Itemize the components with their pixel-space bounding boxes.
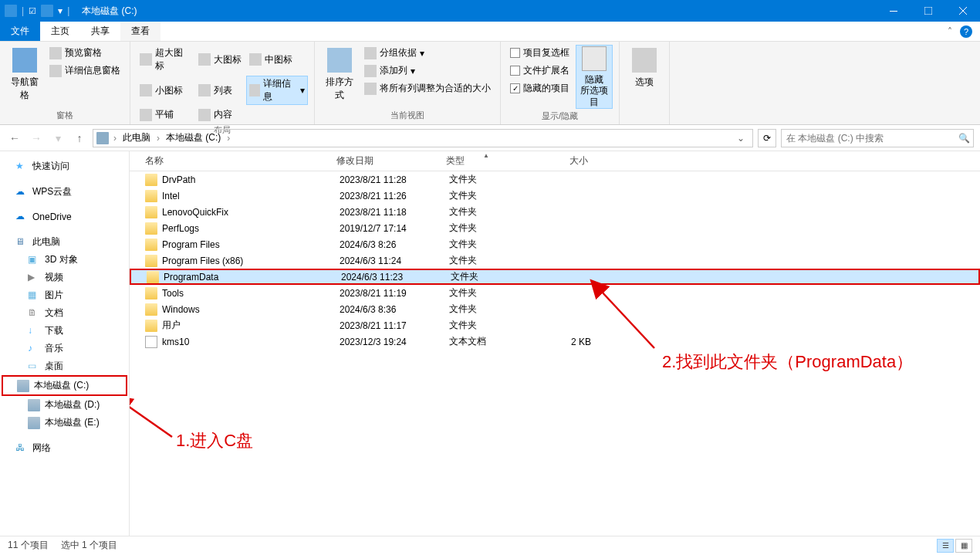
- options-button[interactable]: 选项: [626, 45, 663, 110]
- sidebar-music[interactable]: ♪音乐: [0, 340, 129, 357]
- layout-details[interactable]: 详细信息▾: [246, 76, 308, 105]
- file-name: Program Files: [162, 239, 333, 250]
- hidden-items-toggle[interactable]: ✓隐藏的项目: [507, 80, 573, 96]
- up-button[interactable]: ↑: [71, 130, 88, 147]
- history-button[interactable]: ▾: [49, 130, 66, 147]
- breadcrumb-sep[interactable]: ›: [112, 133, 118, 144]
- nav-pane-button[interactable]: 导航窗格: [6, 45, 43, 108]
- view-icons-button[interactable]: ▦: [955, 539, 972, 553]
- sort-by-button[interactable]: 排序方式: [321, 45, 358, 108]
- drive-icon: [28, 399, 40, 411]
- sidebar-quick-access[interactable]: ★快速访问: [0, 157, 129, 175]
- forward-button[interactable]: →: [28, 130, 45, 147]
- minimize-button[interactable]: [876, 0, 911, 22]
- sidebar-this-pc[interactable]: 🖥此电脑: [0, 233, 129, 251]
- file-row[interactable]: kms102023/12/3 19:24文本文档2 KB: [130, 333, 980, 350]
- breadcrumb[interactable]: › 此电脑 › 本地磁盘 (C:) › ⌄: [93, 129, 753, 147]
- sidebar-drive-c[interactable]: 本地磁盘 (C:): [2, 375, 127, 396]
- details-pane-button[interactable]: 详细信息窗格: [46, 63, 123, 79]
- preview-pane-button[interactable]: 预览窗格: [46, 45, 123, 61]
- layout-m-icons[interactable]: 中图标: [246, 45, 296, 74]
- ribbon-group-options: 选项: [620, 42, 670, 124]
- file-row[interactable]: Program Files2024/6/3 8:26文件夹: [130, 236, 980, 252]
- layout-tiles[interactable]: 平铺: [137, 107, 194, 123]
- breadcrumb-sep[interactable]: ›: [225, 133, 231, 144]
- layout-l-icons[interactable]: 大图标: [195, 45, 245, 74]
- column-type[interactable]: ▲类型: [440, 154, 532, 168]
- sidebar-wps-cloud[interactable]: ☁WPS云盘: [0, 183, 129, 201]
- network-icon: 🖧: [15, 442, 28, 455]
- layout-content[interactable]: 内容: [195, 107, 245, 123]
- file-row[interactable]: DrvPath2023/8/21 11:28文件夹: [130, 171, 980, 188]
- file-type: 文本文档: [443, 335, 536, 348]
- file-row[interactable]: ProgramData2024/6/3 11:23文件夹: [130, 269, 980, 285]
- sidebar-onedrive[interactable]: ☁OneDrive: [0, 208, 129, 225]
- file-name: Intel: [162, 191, 333, 201]
- music-icon: ♪: [28, 343, 40, 355]
- svg-rect-1: [924, 7, 932, 15]
- column-date[interactable]: 修改日期: [330, 154, 440, 168]
- layout-s-icons[interactable]: 小图标: [137, 76, 194, 105]
- group-by-button[interactable]: 分组依据 ▾: [361, 45, 494, 61]
- sidebar-drive-e[interactable]: 本地磁盘 (E:): [0, 414, 129, 431]
- sidebar-drive-d[interactable]: 本地磁盘 (D:): [0, 396, 129, 414]
- nav-pane-icon: [12, 48, 37, 73]
- folder-icon: [145, 174, 157, 186]
- sidebar-downloads[interactable]: ↓下载: [0, 322, 129, 340]
- column-name[interactable]: 名称: [139, 154, 330, 168]
- sidebar-network[interactable]: 🖧网络: [0, 439, 129, 457]
- qat-folder-icon[interactable]: [41, 5, 53, 17]
- checkbox-icon: [510, 66, 520, 76]
- qat-expand-icon[interactable]: ▾: [58, 5, 63, 16]
- back-button[interactable]: ←: [6, 130, 23, 147]
- breadcrumb-dropdown[interactable]: ⌄: [732, 133, 749, 144]
- qat-checkbox-icon[interactable]: ☑: [29, 6, 36, 16]
- size-all-columns-button[interactable]: 将所有列调整为合适的大小: [361, 80, 494, 96]
- search-input[interactable]: [782, 133, 955, 144]
- sidebar-pictures[interactable]: ▦图片: [0, 286, 129, 304]
- pictures-icon: ▦: [28, 289, 40, 302]
- sidebar-videos[interactable]: ▶视频: [0, 269, 129, 286]
- breadcrumb-drive-c[interactable]: 本地磁盘 (C:): [161, 130, 225, 147]
- file-row[interactable]: 用户2023/8/21 11:17文件夹: [130, 317, 980, 333]
- tab-view[interactable]: 查看: [120, 22, 161, 41]
- tab-share[interactable]: 共享: [80, 22, 120, 41]
- file-row[interactable]: PerfLogs2019/12/7 17:14文件夹: [130, 220, 980, 236]
- item-checkboxes-toggle[interactable]: 项目复选框: [507, 45, 573, 61]
- file-date: 2024/6/3 8:26: [333, 239, 443, 250]
- tab-file[interactable]: 文件: [0, 22, 40, 41]
- sort-asc-icon: ▲: [483, 152, 489, 159]
- layout-xl-icons[interactable]: 超大图标: [137, 45, 194, 74]
- file-row[interactable]: Intel2023/8/21 11:26文件夹: [130, 188, 980, 204]
- help-button[interactable]: ?: [960, 25, 972, 38]
- add-columns-button[interactable]: 添加列 ▾: [361, 63, 494, 79]
- close-button[interactable]: [945, 0, 980, 22]
- search-box[interactable]: 🔍: [781, 129, 974, 147]
- file-date: 2023/8/21 11:28: [333, 174, 443, 185]
- options-label: 选项: [635, 76, 654, 89]
- maximize-button[interactable]: [911, 0, 945, 22]
- refresh-button[interactable]: ⟳: [758, 129, 776, 147]
- options-icon: [632, 48, 657, 73]
- explorer-icon: [5, 5, 17, 17]
- view-details-button[interactable]: ☰: [937, 539, 954, 553]
- hide-selected-button[interactable]: 隐藏 所选项目: [576, 45, 613, 109]
- file-row[interactable]: LenovoQuickFix2023/8/21 11:18文件夹: [130, 204, 980, 220]
- file-row[interactable]: Windows2024/6/3 8:36文件夹: [130, 301, 980, 317]
- column-size[interactable]: 大小: [532, 154, 594, 168]
- sidebar-documents[interactable]: 🗎文档: [0, 304, 129, 322]
- file-row[interactable]: Program Files (x86)2024/6/3 11:24文件夹: [130, 252, 980, 269]
- l-icons-icon: [198, 53, 211, 66]
- file-name: Tools: [162, 288, 333, 299]
- breadcrumb-sep[interactable]: ›: [155, 133, 161, 144]
- file-ext-toggle[interactable]: 文件扩展名: [507, 63, 573, 79]
- sidebar-3d-objects[interactable]: ▣3D 对象: [0, 251, 129, 269]
- breadcrumb-this-pc[interactable]: 此电脑: [118, 130, 155, 147]
- search-icon[interactable]: 🔍: [955, 133, 973, 144]
- layout-list[interactable]: 列表: [195, 76, 245, 105]
- sidebar-desktop[interactable]: ▭桌面: [0, 357, 129, 375]
- folder-icon: [147, 271, 159, 283]
- file-row[interactable]: Tools2023/8/21 11:19文件夹: [130, 285, 980, 301]
- tab-home[interactable]: 主页: [40, 22, 80, 41]
- ribbon-collapse-icon[interactable]: ˄: [948, 26, 952, 37]
